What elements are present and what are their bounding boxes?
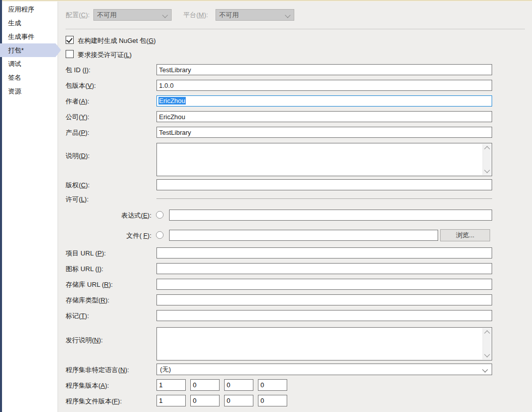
sidebar-item-build[interactable]: 生成 <box>0 16 56 30</box>
generate-nuget-label: 在构建时生成 NuGet 包(G) <box>78 36 156 45</box>
license-expression-field[interactable] <box>169 210 492 221</box>
description-textarea[interactable] <box>156 143 492 176</box>
license-file-field[interactable] <box>169 230 438 241</box>
neutral-language-label: 程序集非特定语言(N): <box>66 366 129 375</box>
company-label: 公司(Y): <box>66 113 89 122</box>
sidebar-divider <box>58 2 58 412</box>
selected-text: EricZhou <box>158 97 186 105</box>
icon-url-field[interactable] <box>156 263 492 274</box>
configuration-label: 配置(C): <box>66 11 90 20</box>
scroll-down-icon[interactable] <box>484 351 490 357</box>
browse-button[interactable]: 浏览... <box>440 229 490 241</box>
authors-field[interactable]: EricZhou <box>156 95 492 107</box>
vertical-scrollbar[interactable] <box>483 328 491 359</box>
generate-nuget-checkbox[interactable] <box>66 36 74 44</box>
window-edge-top-highlight <box>0 1 532 2</box>
vertical-scrollbar[interactable] <box>483 144 491 175</box>
platform-label: 平台(M): <box>183 11 208 20</box>
assembly-version-revision[interactable] <box>258 379 287 391</box>
copyright-field[interactable] <box>156 179 492 190</box>
scroll-up-icon[interactable] <box>484 146 490 151</box>
assembly-version-major[interactable] <box>156 379 186 391</box>
license-divider <box>156 198 492 199</box>
platform-select: 不可用 <box>216 9 294 21</box>
package-properties-page: 应用程序 生成 生成事件 打包* 调试 签名 资源 配置(C): 不可用 平台(… <box>0 0 532 412</box>
description-label: 说明(D): <box>66 151 90 161</box>
require-license-checkbox[interactable] <box>66 50 74 58</box>
repository-url-label: 存储库 URL (R): <box>66 280 113 289</box>
sidebar-item-resources[interactable]: 资源 <box>0 84 56 98</box>
assembly-file-version-revision[interactable] <box>258 395 287 406</box>
package-version-field[interactable] <box>156 80 492 91</box>
tags-field[interactable] <box>156 310 492 321</box>
assembly-file-version-minor[interactable] <box>190 395 220 406</box>
repository-url-field[interactable] <box>156 279 492 290</box>
license-expression-label: 表达式(E): <box>66 211 151 220</box>
copyright-label: 版权(C): <box>66 181 90 190</box>
sidebar-item-package[interactable]: 打包* <box>0 43 56 57</box>
product-label: 产品(P): <box>66 128 89 137</box>
configuration-select: 不可用 <box>93 9 172 21</box>
icon-url-label: 图标 URL (I): <box>66 265 103 274</box>
product-field[interactable] <box>156 127 492 138</box>
neutral-language-select[interactable]: (无) <box>156 364 492 375</box>
license-file-label: 文件( F): <box>66 231 151 240</box>
scroll-up-icon[interactable] <box>484 330 490 336</box>
require-license-label: 要求接受许可证(L) <box>78 50 132 60</box>
package-version-label: 包版本(V): <box>66 81 96 90</box>
chevron-down-icon <box>162 12 168 18</box>
license-file-radio[interactable] <box>156 231 164 239</box>
repository-type-label: 存储库类型(R): <box>66 296 110 305</box>
checkmark-icon <box>66 36 72 43</box>
package-id-label: 包 ID (I): <box>66 66 90 75</box>
release-notes-label: 发行说明(N): <box>66 336 103 345</box>
project-url-label: 项目 URL (P): <box>66 249 106 258</box>
company-field[interactable] <box>156 111 492 122</box>
package-id-field[interactable] <box>156 64 492 75</box>
sidebar-item-application[interactable]: 应用程序 <box>0 3 56 16</box>
assembly-version-minor[interactable] <box>190 379 220 391</box>
sidebar-item-signing[interactable]: 签名 <box>0 71 56 84</box>
assembly-version-build[interactable] <box>224 379 253 391</box>
scroll-down-icon[interactable] <box>484 167 490 173</box>
repository-type-field[interactable] <box>156 294 492 305</box>
assembly-file-version-build[interactable] <box>224 395 253 406</box>
sidebar-item-debug[interactable]: 调试 <box>0 57 56 71</box>
authors-label: 作者(A): <box>66 97 89 106</box>
assembly-file-version-major[interactable] <box>156 395 186 406</box>
chevron-down-icon <box>285 12 290 18</box>
sidebar-item-build-events[interactable]: 生成事件 <box>0 30 56 43</box>
tags-label: 标记(T): <box>66 312 89 321</box>
assembly-file-version-label: 程序集文件版本(F): <box>66 397 122 406</box>
license-expression-radio[interactable] <box>156 211 164 219</box>
assembly-version-label: 程序集版本(A): <box>66 381 109 390</box>
chevron-down-icon <box>482 367 488 372</box>
license-label: 许可(L): <box>66 195 89 204</box>
release-notes-textarea[interactable] <box>156 327 492 360</box>
header-divider <box>66 29 525 29</box>
project-url-field[interactable] <box>156 247 492 259</box>
